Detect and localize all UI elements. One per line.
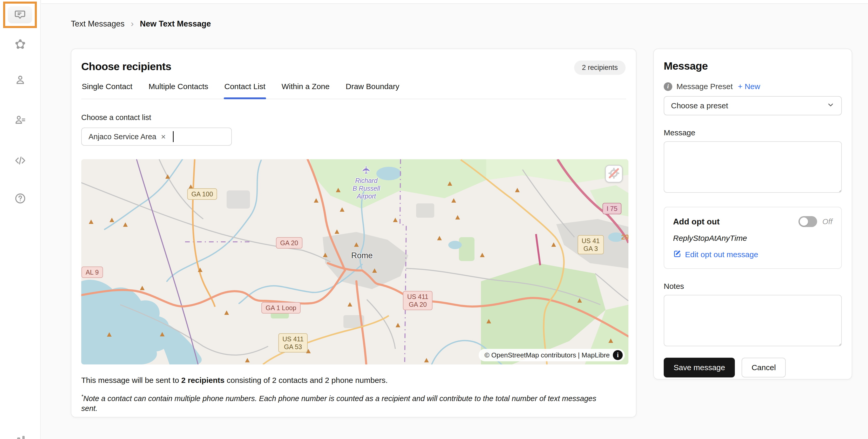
summary-suffix: consisting of 2 contacts and 2 phone num… xyxy=(224,376,388,384)
tab-within-a-zone[interactable]: Within a Zone xyxy=(281,82,330,99)
attribution-text: © OpenStreetMap contributors | MapLibre xyxy=(484,351,610,359)
code-icon xyxy=(14,154,26,168)
sidebar-item-partial xyxy=(17,435,27,439)
breadcrumb: Text Messages › New Text Message xyxy=(71,19,211,29)
opt-out-keyword: ReplyStopAtAnyTime xyxy=(673,234,832,243)
map-road-shield: GA 20 xyxy=(276,237,302,248)
recipients-count-badge: 2 recipients xyxy=(574,61,626,75)
tab-single-contact[interactable]: Single Contact xyxy=(81,82,133,99)
summary-prefix: This message will be sent to xyxy=(81,376,181,384)
chevron-right-icon: › xyxy=(131,19,134,29)
sidebar-item-help[interactable] xyxy=(14,193,27,205)
network-pentagon-icon xyxy=(14,39,26,52)
map-canvas[interactable]: GA 100✈RichardB RussellAirportI 75GA 20U… xyxy=(81,159,628,364)
map-road-shield: AL 9 xyxy=(82,266,103,278)
tab-draw-boundary[interactable]: Draw Boundary xyxy=(345,82,400,99)
map-road-shield: GA 1 Loop xyxy=(261,302,300,314)
info-icon[interactable]: i xyxy=(664,82,672,91)
note-text: Note a contact can contain multiple phon… xyxy=(81,394,596,412)
map-road-shield: I 75 xyxy=(602,203,622,214)
sidebar-item-profile[interactable] xyxy=(14,74,27,87)
cancel-button[interactable]: Cancel xyxy=(742,358,785,377)
message-card: Message i Message Preset + New Choose a … xyxy=(653,49,852,380)
tab-contact-list[interactable]: Contact List xyxy=(224,82,266,99)
map-road-shield: US 41GA 3 xyxy=(578,235,604,254)
map-control-button[interactable] xyxy=(605,165,623,183)
airplane-icon: ✈ xyxy=(360,159,372,184)
map-road-shield: US 411GA 53 xyxy=(278,333,308,352)
opt-out-title: Add opt out xyxy=(673,217,719,227)
chevron-down-icon xyxy=(827,101,835,111)
recipient-note: *Note a contact can contain multiple pho… xyxy=(81,393,611,413)
choose-recipients-card: Choose recipients 2 recipients Single Co… xyxy=(71,49,637,417)
map-road-shield: US 411GA 20 xyxy=(403,291,433,310)
map-road-shield: GA 100 xyxy=(187,188,217,200)
notes-label: Notes xyxy=(664,282,842,291)
map-road-shield: 29 xyxy=(621,233,628,241)
sidebar xyxy=(0,0,41,439)
edit-pencil-icon xyxy=(673,250,681,260)
map-attribution: © OpenStreetMap contributors | MapLibre … xyxy=(478,349,625,361)
summary-count: 2 recipients xyxy=(181,376,224,384)
chat-bubble-icon xyxy=(14,8,26,21)
map-city-label: Rome xyxy=(351,251,373,261)
recipient-summary: This message will be sent to 2 recipient… xyxy=(81,376,626,385)
remove-chip-icon[interactable]: × xyxy=(161,133,165,141)
tab-multiple-contacts[interactable]: Multiple Contacts xyxy=(148,82,209,99)
contact-list-icon xyxy=(14,114,26,127)
person-icon xyxy=(14,74,26,87)
preset-label: Message Preset xyxy=(676,82,733,91)
recipients-card-title: Choose recipients xyxy=(81,61,626,73)
preset-row: i Message Preset + New xyxy=(664,82,842,91)
toggle-knob xyxy=(800,217,808,226)
contact-list-label: Choose a contact list xyxy=(81,113,626,122)
sidebar-item-automations[interactable] xyxy=(14,39,27,52)
active-nav-highlight xyxy=(3,2,37,28)
note-asterisk: * xyxy=(81,393,83,399)
page-title: New Text Message xyxy=(140,19,211,29)
top-border-strip xyxy=(41,0,868,4)
preset-select[interactable]: Choose a preset xyxy=(664,96,842,115)
sidebar-item-messages[interactable] xyxy=(8,6,32,23)
crossed-circle-icon xyxy=(608,167,620,180)
sidebar-item-contacts[interactable] xyxy=(14,114,27,127)
opt-out-toggle[interactable] xyxy=(799,216,817,227)
edit-opt-out-link[interactable]: Edit opt out message xyxy=(673,250,832,260)
preset-select-value: Choose a preset xyxy=(671,101,728,110)
recipient-tabs: Single ContactMultiple ContactsContact L… xyxy=(81,82,626,99)
text-cursor xyxy=(173,131,174,142)
save-message-button[interactable]: Save message xyxy=(664,358,735,377)
contact-list-chip: Anjaco Service Area xyxy=(89,133,156,141)
notes-textarea[interactable] xyxy=(664,295,842,346)
new-preset-link[interactable]: + New xyxy=(738,82,760,91)
message-label: Message xyxy=(664,128,842,137)
edit-opt-out-label: Edit opt out message xyxy=(685,250,758,259)
message-textarea[interactable] xyxy=(664,141,842,193)
info-icon[interactable]: i xyxy=(613,350,623,360)
message-card-title: Message xyxy=(664,60,842,72)
opt-out-box: Add opt out Off ReplyStopAtAnyTime Edit … xyxy=(664,207,842,269)
map-airport-label: ✈RichardB RussellAirport xyxy=(352,164,380,200)
help-circle-icon xyxy=(14,193,26,205)
breadcrumb-parent[interactable]: Text Messages xyxy=(71,19,125,29)
sidebar-item-developer[interactable] xyxy=(14,155,27,167)
map-labels: GA 100✈RichardB RussellAirportI 75GA 20U… xyxy=(81,159,628,364)
contact-list-input[interactable]: Anjaco Service Area × xyxy=(81,127,232,146)
opt-out-state: Off xyxy=(822,217,832,226)
